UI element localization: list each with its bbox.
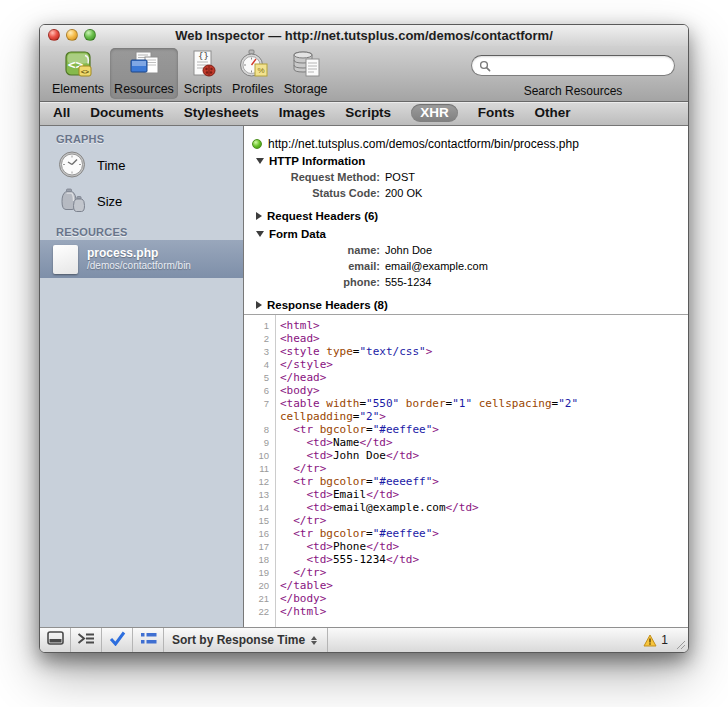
line-content: </tr>: [275, 462, 326, 475]
filter-tab-stylesheets[interactable]: Stylesheets: [184, 106, 259, 120]
header-field-row: Request Method:POST: [244, 169, 688, 185]
filter-bar: AllDocumentsStylesheetsImagesScriptsXHRF…: [40, 102, 688, 126]
header-field-row: phone:555-1234: [244, 274, 688, 290]
toolbar-button-label: Storage: [284, 82, 328, 96]
toolbar-button-scripts[interactable]: {} Scripts: [180, 48, 226, 99]
minimize-button[interactable]: [66, 29, 78, 41]
section-title: Request Headers (6): [267, 210, 378, 222]
line-content: </table>: [275, 579, 333, 592]
line-content: <tr bgcolor="#eeffee">: [275, 527, 439, 540]
toolbar-button-label: Scripts: [184, 82, 222, 96]
sidebar: GRAPHS Time Size RESOURCES process.php/d…: [40, 126, 244, 627]
sidebar-item-time[interactable]: Time: [40, 147, 243, 183]
source-code-line: cellpadding="2">: [244, 410, 688, 423]
section-title: Response Headers (8): [267, 299, 388, 311]
sidebar-item-label: Size: [97, 194, 122, 209]
line-number: 14: [244, 501, 275, 514]
source-code-line: 22</html>: [244, 605, 688, 618]
filter-tab-fonts[interactable]: Fonts: [478, 106, 515, 120]
line-content: <body>: [275, 384, 320, 397]
line-content: <td>555-1234</td>: [275, 553, 419, 566]
section-header-response-headers-[interactable]: Response Headers (8): [256, 297, 688, 313]
list-icon: [140, 631, 157, 649]
line-number: 6: [244, 384, 275, 397]
section-header-http-information[interactable]: HTTP Information: [256, 153, 688, 169]
graphs-section-label: GRAPHS: [56, 133, 243, 145]
svg-text:{}: {}: [198, 51, 209, 61]
titlebar[interactable]: Web Inspector — http://net.tutsplus.com/…: [40, 25, 688, 46]
statusbar-button-list[interactable]: [133, 628, 164, 652]
filter-tab-documents[interactable]: Documents: [90, 106, 164, 120]
section-header-form-data[interactable]: Form Data: [256, 226, 688, 242]
line-number: 9: [244, 436, 275, 449]
source-code-line: 19 </tr>: [244, 566, 688, 579]
line-number: 8: [244, 423, 275, 436]
sort-arrows-icon: [311, 636, 317, 645]
section-title: Form Data: [269, 228, 326, 240]
svg-text:%: %: [257, 66, 264, 75]
source-code-line: 4</style>: [244, 358, 688, 371]
toolbar-button-elements[interactable]: <> <> Elements: [48, 48, 108, 99]
sidebar-item-size[interactable]: Size: [40, 183, 243, 219]
line-number: 16: [244, 527, 275, 540]
statusbar-button-dock[interactable]: [40, 628, 71, 652]
line-number: 11: [244, 462, 275, 475]
gutter-divider: [275, 315, 276, 627]
sort-label: Sort by Response Time: [172, 633, 305, 647]
search-input[interactable]: [471, 55, 675, 76]
warning-icon[interactable]: [643, 634, 657, 647]
resources-icon: [128, 49, 160, 81]
header-field-row: Status Code:200 OK: [244, 185, 688, 201]
toolbar-button-profiles[interactable]: % Profiles: [228, 48, 278, 99]
search-area: Search Resources: [471, 55, 675, 98]
main-panel: http://net.tutsplus.com/demos/contactfor…: [244, 126, 688, 627]
disclosure-open-icon: [256, 158, 264, 164]
source-code-line: 10 <td>John Doe</td>: [244, 449, 688, 462]
source-code-line: 20</table>: [244, 579, 688, 592]
toolbar-items: <> <> Elements Resources {} Scripts: [48, 48, 334, 99]
status-dot-icon: [252, 139, 262, 149]
filter-tab-scripts[interactable]: Scripts: [345, 106, 391, 120]
source-code-line: 8 <tr bgcolor="#eeffee">: [244, 423, 688, 436]
line-content: <td>John Doe</td>: [275, 449, 419, 462]
resize-grip[interactable]: [673, 637, 686, 650]
field-key: Request Method:: [244, 171, 380, 183]
size-icon: [57, 186, 87, 216]
line-content: <tr bgcolor="#eeffee">: [275, 423, 439, 436]
line-content: cellpadding="2">: [275, 410, 386, 423]
toolbar-button-label: Profiles: [232, 82, 274, 96]
close-button[interactable]: [48, 29, 60, 41]
statusbar-button-console[interactable]: [71, 628, 102, 652]
toolbar-button-resources[interactable]: Resources: [110, 48, 178, 99]
request-url-row: http://net.tutsplus.com/demos/contactfor…: [252, 137, 688, 151]
line-number: 20: [244, 579, 275, 592]
disclosure-open-icon: [256, 231, 264, 237]
statusbar-button-check[interactable]: [102, 628, 133, 652]
resource-name: process.php: [87, 246, 191, 260]
check-icon: [109, 631, 126, 650]
resource-path: /demos/contactform/bin: [87, 260, 191, 272]
line-content: <html>: [275, 319, 320, 332]
toolbar: <> <> Elements Resources {} Scripts: [40, 46, 688, 102]
line-content: <td>email@example.com</td>: [275, 501, 479, 514]
sort-selector[interactable]: Sort by Response Time: [164, 628, 328, 652]
line-number: 1: [244, 319, 275, 332]
filter-tab-xhr[interactable]: XHR: [411, 104, 458, 122]
field-value: POST: [385, 171, 415, 183]
zoom-button[interactable]: [84, 29, 96, 41]
header-field-row: email:email@example.com: [244, 258, 688, 274]
console-icon: [77, 631, 95, 649]
filter-tab-images[interactable]: Images: [279, 106, 326, 120]
source-code-line: 12 <tr bgcolor="#eeeeff">: [244, 475, 688, 488]
toolbar-button-storage[interactable]: Storage: [280, 48, 332, 99]
line-content: <table width="550" border="1" cellspacin…: [275, 397, 578, 410]
source-code-line: 14 <td>email@example.com</td>: [244, 501, 688, 514]
disclosure-closed-icon: [256, 301, 262, 309]
filter-tab-all[interactable]: All: [53, 106, 70, 120]
filter-tab-other[interactable]: Other: [534, 106, 570, 120]
source-code-line: 6<body>: [244, 384, 688, 397]
line-number: 10: [244, 449, 275, 462]
resource-item-process.php[interactable]: process.php/demos/contactform/bin: [40, 240, 243, 278]
warning-count: 1: [661, 633, 668, 647]
section-header-request-headers-[interactable]: Request Headers (6): [256, 208, 688, 224]
